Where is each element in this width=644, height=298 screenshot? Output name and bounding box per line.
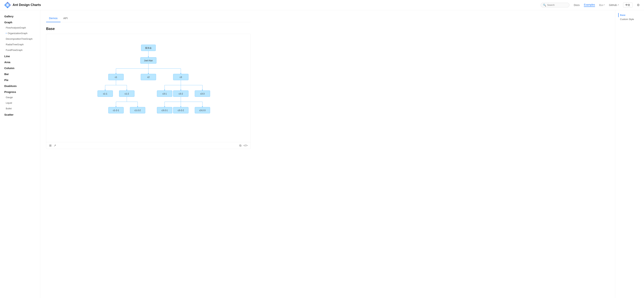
sidebar-item-flowanalysis[interactable]: FlowAnalysisGraph [0, 25, 40, 31]
content-area: Demos API Base [40, 10, 256, 153]
node-c1-2: c1-2 [124, 93, 129, 95]
anchor-custom-style[interactable]: Custom Style [618, 17, 641, 21]
node-c1-2-1: c1-2-1 [113, 109, 119, 112]
node-root: 股东会 [145, 47, 152, 49]
code-icon[interactable]: </> [244, 144, 248, 147]
node-c1-1: c1-1 [103, 93, 107, 95]
node-c3-2-2: c3-2-2 [178, 109, 184, 112]
nav-examples[interactable]: Examples [584, 3, 595, 7]
nav-github[interactable]: GitHub ↗ [609, 4, 619, 7]
sidebar-item-line[interactable]: Line [0, 53, 40, 59]
app-title: Ant Design Charts [12, 3, 41, 7]
node-joel: Joel Alan [144, 59, 153, 62]
sidebar-item-gauge[interactable]: Gauge [0, 94, 40, 100]
sidebar-item-gallery[interactable]: Gallery [0, 13, 40, 19]
chart-container: 股东会 Joel Alan [46, 34, 251, 149]
settings-button[interactable]: ⚙ [637, 3, 640, 7]
section-title: Base [46, 27, 251, 31]
sidebar-item-liquid[interactable]: Liquid [0, 100, 40, 106]
sidebar-item-radial[interactable]: RadialTreeGraph [0, 42, 40, 47]
main-content: Demos API Base [40, 10, 644, 153]
node-c3-2-1: c3-2-1 [162, 109, 168, 112]
node-c3-3: c3-3 [200, 93, 204, 95]
tab-api[interactable]: API [60, 15, 70, 22]
main-layout: Gallery Graph FlowAnalysisGraph Organiza… [0, 10, 644, 153]
lang-button[interactable]: 中文 [623, 3, 632, 8]
node-c3-2: c3-2 [179, 93, 183, 95]
top-navigation: Ant Design Charts 🔍 Docs Examples 0.x ↗ … [0, 0, 644, 10]
sidebar-item-dualaxes[interactable]: DualAxes [0, 83, 40, 89]
sidebar-item-column[interactable]: Column [0, 65, 40, 71]
sidebar-item-pie[interactable]: Pie [0, 77, 40, 83]
chart-area: 股东会 Joel Alan [46, 34, 250, 142]
node-c2: c2 [147, 76, 150, 78]
sidebar-item-scatter[interactable]: Scatter [0, 111, 40, 117]
copy-icon[interactable]: ⧉ [239, 144, 241, 147]
node-c1-2-2: c1-2-2 [134, 109, 141, 112]
anchor-base[interactable]: Base [618, 13, 641, 17]
logo-icon [4, 2, 11, 8]
org-chart-svg: 股东会 Joel Alan [73, 41, 224, 135]
sidebar-item-fundflow[interactable]: FundFlowGraph [0, 47, 40, 53]
sidebar-item-progress[interactable]: Progress [0, 89, 40, 94]
search-icon: 🔍 [543, 4, 546, 7]
node-c3-2-3: c3-2-3 [199, 109, 206, 112]
nav-0x[interactable]: 0.x ↗ [599, 4, 605, 7]
sidebar-item-decomposition[interactable]: DecompositionTreeGraph [0, 36, 40, 42]
tab-demos[interactable]: Demos [46, 15, 60, 22]
expand-icon[interactable]: ⊞ [49, 144, 52, 147]
logo-area: Ant Design Charts [4, 2, 44, 8]
nav-links: Docs Examples 0.x ↗ GitHub ↗ 中文 ⚙ [574, 3, 640, 8]
tabs: Demos API [46, 15, 251, 22]
toolbar-right: ⧉ </> [239, 144, 248, 147]
node-c3-1: c3-1 [162, 93, 167, 95]
sidebar-item-graph[interactable]: Graph [0, 19, 40, 25]
right-sidebar: Base Custom Style [615, 10, 644, 153]
search-box[interactable]: 🔍 [541, 3, 570, 8]
search-input[interactable] [547, 4, 567, 6]
export-icon[interactable]: ↗ [54, 144, 56, 147]
sidebar: Gallery Graph FlowAnalysisGraph Organiza… [0, 10, 40, 153]
sidebar-item-bullet[interactable]: Bullet [0, 106, 40, 111]
node-c3: c3 [180, 76, 182, 78]
external-icon: ↗ [603, 4, 604, 6]
sidebar-item-organization[interactable]: OrganizationGraph [0, 31, 40, 36]
nav-docs[interactable]: Docs [574, 4, 580, 7]
chart-toolbar: ⊞ ↗ ⧉ </> [46, 142, 250, 149]
sidebar-item-area[interactable]: Area [0, 59, 40, 65]
node-c1: c1 [115, 76, 117, 78]
external-icon: ↗ [617, 4, 619, 6]
sidebar-item-bar[interactable]: Bar [0, 71, 40, 77]
